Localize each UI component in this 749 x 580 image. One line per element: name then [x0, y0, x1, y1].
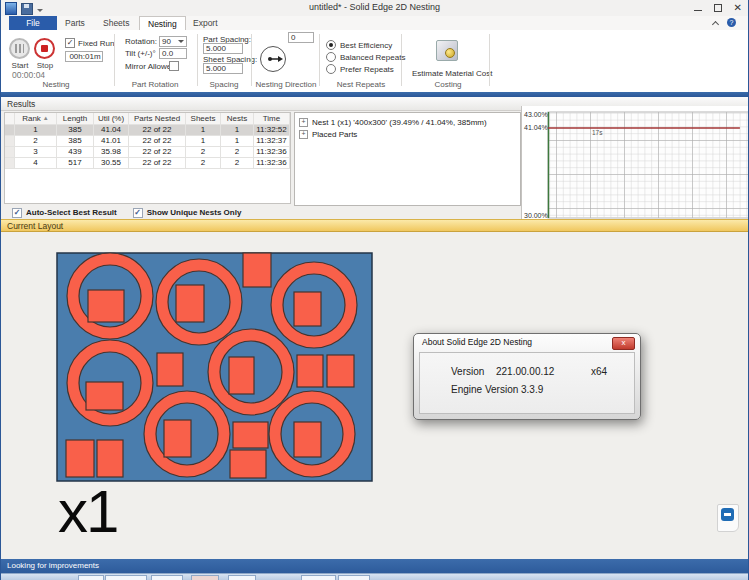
table-cell: 30.55 [94, 158, 129, 169]
table-cell: 22 of 22 [129, 147, 186, 158]
rect-part[interactable] [294, 292, 321, 326]
column-header[interactable]: Length [57, 113, 94, 125]
taskbar-button[interactable] [228, 575, 256, 580]
expand-icon[interactable]: + [299, 130, 308, 139]
nesting-direction-dial[interactable] [260, 46, 286, 72]
taskbar-button[interactable] [151, 575, 183, 580]
tab-parts[interactable]: Parts [57, 16, 93, 30]
fixed-run-checkbox[interactable]: ✓ Fixed Run [65, 38, 114, 48]
rect-part[interactable] [327, 355, 354, 387]
run-duration-field[interactable]: 00h:01m [65, 51, 103, 62]
taskbar-button[interactable] [301, 575, 336, 580]
radio-icon [326, 52, 336, 62]
rect-part[interactable] [243, 253, 271, 287]
estimate-material-cost-label[interactable]: Estimate Material Cost [412, 69, 492, 78]
row-selector[interactable] [5, 158, 15, 169]
y-axis-tick-label: 41.04% [524, 124, 548, 131]
table-row[interactable]: 451730.5522 of 222211:32:36 [5, 158, 290, 169]
status-text: Looking for improvements [7, 561, 99, 570]
tab-file[interactable]: File [9, 16, 57, 30]
expand-icon[interactable]: + [299, 118, 308, 127]
part-spacing-field[interactable]: 5.000 [203, 43, 243, 54]
engine-version-label: Engine Version [451, 384, 518, 395]
table-row[interactable]: 138541.0422 of 221111:32:52 [5, 125, 290, 136]
group-divider [114, 34, 115, 86]
table-row[interactable]: 238541.0122 of 221111:32:37 [5, 136, 290, 147]
table-cell: 11:32:37 [254, 136, 290, 147]
taskbar-button[interactable] [78, 575, 104, 580]
radio-option-prefer-repeats[interactable]: Prefer Repeats [326, 64, 394, 74]
radio-option-balanced-repeats[interactable]: Balanced Repeats [326, 52, 405, 62]
rect-part[interactable] [176, 285, 204, 322]
tab-export[interactable]: Export [185, 16, 226, 30]
column-header[interactable]: Nests [221, 113, 254, 125]
row-selector[interactable] [5, 147, 15, 158]
direction-angle-field[interactable]: 0 [288, 32, 314, 43]
minimize-icon[interactable] [694, 10, 702, 11]
table-cell: 22 of 22 [129, 125, 186, 136]
start-button[interactable] [9, 38, 30, 59]
table-cell: 3 [15, 147, 57, 158]
sheet-spacing-field[interactable]: 5.000 [203, 63, 243, 74]
radio-option-best-efficiency[interactable]: Best Efficiency [326, 40, 392, 50]
table-cell: 439 [57, 147, 94, 158]
table-cell: 1 [186, 125, 221, 136]
collapse-ribbon-icon[interactable] [713, 20, 719, 26]
close-icon[interactable]: ✕ [734, 2, 742, 13]
taskbar-button[interactable] [191, 575, 219, 580]
rect-part[interactable] [97, 440, 123, 477]
stop-button[interactable] [34, 38, 55, 59]
rect-part[interactable] [294, 422, 321, 457]
estimate-material-cost-icon[interactable] [436, 40, 458, 61]
rect-part[interactable] [230, 450, 266, 478]
rect-part[interactable] [66, 440, 94, 477]
table-cell: 11:32:52 [254, 125, 290, 136]
tree-item[interactable]: +Placed Parts [299, 128, 520, 140]
results-table: Rank▲LengthUtil (%)Parts NestedSheetsNes… [4, 112, 291, 204]
results-options: ✓Auto-Select Best Result✓Show Unique Nes… [4, 206, 291, 219]
remote-access-panel-icon[interactable] [717, 504, 739, 532]
dialog-close-button[interactable]: x [612, 337, 635, 350]
rect-part[interactable] [164, 420, 191, 457]
table-cell: 2 [221, 147, 254, 158]
column-header[interactable]: Time [254, 113, 290, 125]
column-header[interactable]: Rank▲ [15, 113, 57, 125]
tab-sheets[interactable]: Sheets [95, 16, 137, 30]
row-selector[interactable] [5, 136, 15, 147]
column-header[interactable]: Parts Nested [129, 113, 186, 125]
help-icon[interactable]: ? [727, 18, 736, 27]
tree-item[interactable]: +Nest 1 (x1) '400x300' (39.49% / 41.04%,… [299, 116, 520, 128]
checkbox-icon: ✓ [12, 208, 22, 218]
tilt-label: Tilt (+/-)° [125, 49, 156, 58]
table-cell: 35.98 [94, 147, 129, 158]
rect-part[interactable] [88, 290, 124, 322]
fixed-run-label: Fixed Run [78, 39, 114, 48]
layout-canvas[interactable]: x1 About Solid Edge 2D Nesting x Version… [1, 232, 748, 559]
table-cell: 4 [15, 158, 57, 169]
table-row[interactable]: 343935.9822 of 222211:32:36 [5, 147, 290, 158]
taskbar [1, 573, 748, 580]
tree-item-label: Placed Parts [312, 130, 357, 139]
result-option-checkbox[interactable]: ✓Show Unique Nests Only [133, 208, 242, 218]
table-cell: 1 [186, 136, 221, 147]
column-header[interactable]: Util (%) [94, 113, 129, 125]
costing-group-label: Costing [413, 80, 483, 89]
version-value: 221.00.00.12 [496, 366, 554, 377]
taskbar-button[interactable] [338, 575, 370, 580]
table-cell: 11:32:36 [254, 147, 290, 158]
spacing-group-label: Spacing [197, 80, 251, 89]
restore-icon[interactable] [714, 4, 722, 12]
table-cell: 1 [221, 125, 254, 136]
row-selector[interactable] [5, 125, 15, 136]
rect-part[interactable] [229, 357, 254, 394]
tilt-field[interactable]: 0.0 [159, 48, 187, 59]
rect-part[interactable] [297, 355, 323, 387]
result-option-checkbox[interactable]: ✓Auto-Select Best Result [12, 208, 117, 218]
rect-part[interactable] [86, 382, 123, 410]
rect-part[interactable] [157, 353, 183, 386]
rect-part[interactable] [233, 422, 268, 448]
taskbar-button[interactable] [105, 575, 147, 580]
mirror-allowed-checkbox[interactable] [169, 61, 179, 71]
column-header[interactable]: Sheets [186, 113, 221, 125]
rotation-dropdown[interactable]: 90 [159, 36, 187, 47]
